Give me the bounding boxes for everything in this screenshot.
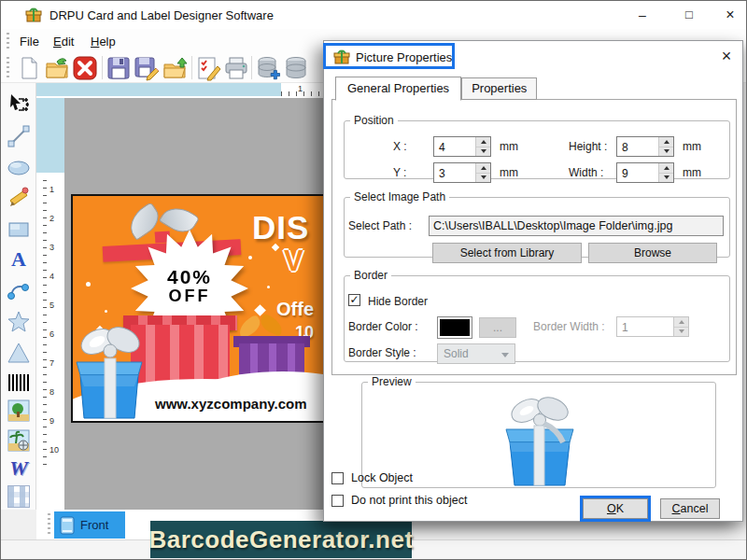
dialog-title: Picture Properties [356, 50, 452, 64]
lock-object-checkbox[interactable] [331, 472, 344, 484]
no-print-label: Do not print this object [351, 494, 467, 507]
tool-palette: A W [1, 83, 36, 510]
hide-border-label: Hide Border [368, 295, 428, 308]
ruler-number: 8 [49, 387, 63, 397]
save-file-icon[interactable] [106, 55, 132, 81]
border-style-label: Border Style : [348, 346, 416, 359]
open-file-icon[interactable] [44, 55, 70, 81]
text-tool-icon[interactable]: A [5, 245, 33, 273]
menu-file[interactable]: File [16, 33, 43, 50]
title-bar: DRPU Card and Label Designer Software – … [1, 1, 747, 29]
tab-properties[interactable]: Properties [461, 77, 537, 100]
no-print-checkbox[interactable] [331, 495, 344, 507]
preview-gift-image [493, 392, 586, 493]
spin-down[interactable] [659, 174, 673, 183]
y-spinner[interactable]: 3 [433, 162, 491, 183]
ok-button[interactable]: OK [583, 498, 648, 519]
design-canvas[interactable]: DIS V Offe 10 40% OFF [64, 98, 323, 510]
height-spinner[interactable]: 8 [616, 136, 674, 157]
cancel-button[interactable]: Cancel [660, 498, 720, 519]
select-move-icon[interactable] [5, 91, 33, 119]
app-logo-icon [25, 7, 42, 23]
width-spinner[interactable]: 9 [616, 162, 674, 183]
width-label: Width : [569, 166, 603, 179]
ellipse-icon[interactable] [5, 154, 33, 182]
page-setup-icon[interactable] [195, 55, 221, 81]
border-legend: Border [350, 269, 391, 282]
x-unit: mm [500, 140, 518, 153]
browse-button[interactable]: Browse [588, 243, 717, 263]
dialog-tabs: General Properties Properties [335, 78, 537, 100]
curve-icon[interactable] [5, 277, 33, 305]
spin-down[interactable] [659, 147, 673, 157]
select-from-library-button[interactable]: Select from Library [432, 243, 582, 263]
toolbar-separator [251, 56, 252, 79]
hide-border-checkbox[interactable]: ✓ [348, 294, 360, 306]
minimize-button[interactable]: – [628, 5, 656, 25]
image-path-input[interactable] [429, 216, 724, 236]
wordart-tool-icon[interactable]: W [5, 455, 33, 483]
toolbar-separator [102, 56, 103, 79]
ruler-number: 7 [49, 358, 63, 368]
picture-tool-icon[interactable] [5, 397, 33, 425]
add-database-icon[interactable] [255, 55, 281, 81]
voucher-card[interactable]: DIS V Offe 10 40% OFF [71, 194, 325, 423]
dialog-close-icon[interactable]: × [716, 46, 737, 66]
image-path-group: Select Image Path Select Path : Select f… [344, 190, 730, 258]
color-picker-button[interactable]: ... [479, 317, 516, 338]
watermark-text: BarcodeGenerator.net [148, 525, 413, 554]
spin-up[interactable] [476, 137, 490, 147]
spin-down[interactable] [476, 174, 490, 183]
x-spinner[interactable]: 4 [433, 136, 491, 157]
watermark: BarcodeGenerator.net [150, 521, 412, 558]
border-style-dropdown: Solid [437, 343, 515, 364]
save-as-icon[interactable] [134, 55, 160, 81]
close-button[interactable]: × [716, 5, 744, 25]
image-path-legend: Select Image Path [350, 190, 449, 203]
border-width-label: Border Width : [533, 320, 605, 333]
tab-general-properties[interactable]: General Properties [335, 77, 461, 101]
horizontal-ruler: 1 [36, 83, 323, 98]
new-document-icon[interactable] [16, 55, 42, 81]
spin-up[interactable] [659, 137, 673, 147]
spin-up[interactable] [659, 163, 673, 174]
maximize-button[interactable]: □ [675, 5, 703, 25]
line-icon[interactable] [5, 122, 33, 150]
star-icon[interactable] [5, 308, 33, 336]
card-offer-text: Offe [276, 299, 314, 320]
dialog-gift-icon [333, 49, 350, 65]
spin-down[interactable] [476, 147, 490, 157]
ruler-number: 4 [49, 272, 63, 281]
rectangle-icon[interactable] [5, 216, 33, 244]
barcode-tool-icon[interactable] [5, 369, 33, 397]
pencil-icon[interactable] [5, 184, 33, 212]
export-file-icon[interactable] [162, 55, 188, 81]
border-color-swatch[interactable] [437, 316, 472, 339]
card-website: www.xyzcompany.com [155, 396, 307, 412]
print-icon[interactable] [223, 55, 249, 81]
database-icon[interactable] [283, 55, 309, 81]
card-headline: DIS [252, 209, 309, 246]
app-window: DRPU Card and Label Designer Software – … [0, 0, 747, 560]
close-file-icon[interactable] [72, 55, 98, 81]
menu-edit[interactable]: Edit [49, 33, 78, 50]
triangle-icon[interactable] [5, 339, 33, 367]
lock-object-row: Lock Object [331, 471, 413, 484]
tabbar-grip[interactable] [48, 513, 50, 536]
border-color-label: Border Color : [348, 320, 418, 333]
tab-front[interactable]: Front [54, 511, 125, 539]
blue-gift-box [71, 321, 149, 422]
pattern-tool-icon[interactable] [5, 483, 33, 511]
badge-percent: 40% [131, 267, 248, 287]
width-unit: mm [683, 166, 701, 179]
clipart-tool-icon[interactable] [5, 427, 33, 455]
border-width-spinner: 1 [616, 316, 689, 337]
spin-up[interactable] [476, 163, 490, 174]
toolbar-grip[interactable] [7, 57, 9, 78]
vertical-ruler: 1 2 3 4 5 6 7 8 9 10 [36, 98, 64, 510]
ruler-number: 6 [49, 329, 63, 339]
menu-help[interactable]: Help [87, 33, 120, 50]
badge-off: OFF [131, 287, 248, 305]
menubar-grip[interactable] [7, 33, 9, 49]
ruler-number: 1 [298, 84, 303, 93]
